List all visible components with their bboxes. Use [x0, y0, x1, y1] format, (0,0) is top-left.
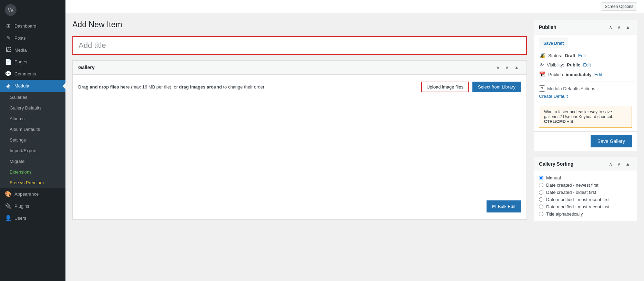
sidebar-item-free-vs-premium[interactable]: Free vs Premium — [0, 177, 65, 188]
right-panel: Publish ∧ ∨ ▲ Save Draft 🔏 Status: Draft — [534, 20, 637, 274]
sort-title-alpha-radio[interactable] — [539, 212, 543, 216]
sidebar-item-comments[interactable]: 💬 Comments — [0, 68, 65, 80]
save-gallery-button[interactable]: Save Gallery — [591, 135, 632, 147]
gallery-collapse-up-button[interactable]: ∧ — [494, 64, 502, 71]
help-icon[interactable]: ? — [539, 85, 545, 92]
select-from-library-button[interactable]: Select from Library — [472, 82, 521, 92]
sidebar-item-settings[interactable]: Settings — [0, 135, 65, 145]
sidebar-item-label: Posts — [14, 35, 26, 41]
sort-manual-label[interactable]: Manual — [546, 175, 561, 180]
sidebar-submenu-modula: Galleries Gallery Defaults Albums Album … — [0, 92, 65, 188]
sort-modified-recent-radio[interactable] — [539, 197, 543, 202]
keyboard-hint: Want a faster and easier way to save gal… — [539, 106, 632, 128]
sorting-body: Manual Date created - newest first Date … — [534, 171, 637, 221]
modula-icon: ◈ — [5, 83, 12, 89]
sorting-up-button[interactable]: ∧ — [607, 160, 614, 167]
sidebar-item-migrate[interactable]: Migrate — [0, 156, 65, 167]
publish-title: Publish — [539, 24, 556, 30]
sidebar-item-label: Plugins — [14, 204, 29, 209]
publish-body: Save Draft 🔏 Status: Draft Edit 👁 Visibi… — [534, 34, 637, 82]
status-edit-link[interactable]: Edit — [578, 53, 586, 58]
album-defaults-label: Album Defaults — [10, 127, 40, 132]
sidebar-item-media[interactable]: 🖼 Media — [0, 44, 65, 56]
sort-option-date-oldest: Date created - oldest first — [539, 190, 632, 195]
sidebar-item-galleries[interactable]: Galleries — [0, 92, 65, 103]
sorting-down-button[interactable]: ∨ — [615, 160, 622, 167]
sidebar-item-posts[interactable]: ✎ Posts — [0, 32, 65, 44]
screen-options-button[interactable]: Screen Options — [601, 2, 637, 11]
sidebar-item-users[interactable]: 👤 Users — [0, 212, 65, 224]
publish-meta: 🔏 Status: Draft Edit 👁 Visibility: Publi… — [539, 52, 632, 77]
sort-modified-recent-label[interactable]: Date modified - most recent first — [546, 197, 610, 202]
gallery-minimize-button[interactable]: ▲ — [512, 64, 521, 71]
sidebar-item-modula[interactable]: ◈ Modula — [0, 80, 65, 92]
publish-timing: immediately — [566, 72, 592, 77]
sort-title-alpha-label[interactable]: Title alphabetically — [546, 211, 583, 217]
visibility-icon: 👁 — [539, 62, 544, 68]
upload-image-files-button[interactable]: Upload image files — [421, 82, 469, 92]
sidebar-item-plugins[interactable]: 🔌 Plugins — [0, 200, 65, 212]
status-value: Draft — [565, 53, 575, 58]
sidebar-item-extensions[interactable]: Extensions — [0, 167, 65, 177]
sort-modified-last-label[interactable]: Date modified - most recent last — [546, 204, 610, 209]
gallery-empty-area — [78, 92, 521, 200]
free-vs-premium-label: Free vs Premium — [10, 180, 44, 185]
drag-drop-text: Drag and drop files here — [78, 84, 130, 90]
settings-label: Settings — [10, 137, 26, 143]
sidebar-item-label: Users — [14, 216, 26, 221]
sort-option-date-newest: Date created - newest first — [539, 183, 632, 188]
sort-option-title-alpha: Title alphabetically — [539, 211, 632, 217]
publish-down-button[interactable]: ∨ — [615, 24, 622, 31]
albums-label: Albums — [10, 116, 24, 121]
sidebar-item-label: Comments — [14, 71, 36, 76]
visibility-value: Public — [567, 62, 580, 67]
title-input[interactable] — [73, 37, 526, 54]
publish-up-button[interactable]: ∧ — [607, 24, 614, 31]
gallery-upload-text: Drag and drop files here (max 16 MB per … — [78, 84, 418, 90]
visibility-edit-link[interactable]: Edit — [583, 62, 591, 67]
publish-minimize-button[interactable]: ▲ — [624, 24, 632, 31]
sort-date-newest-radio[interactable] — [539, 183, 543, 187]
sidebar-item-label: Media — [14, 48, 27, 53]
sidebar-item-label: Pages — [14, 59, 27, 64]
comments-icon: 💬 — [5, 71, 12, 77]
publish-box: Publish ∧ ∨ ▲ Save Draft 🔏 Status: Draft — [534, 20, 637, 151]
title-input-wrapper — [72, 36, 527, 55]
gallery-defaults-label: Gallery Defaults — [10, 105, 41, 111]
status-icon: 🔏 — [539, 52, 545, 59]
sidebar-item-import-export[interactable]: Import/Export — [0, 145, 65, 156]
create-default-link[interactable]: Create Default — [539, 94, 632, 99]
save-draft-button[interactable]: Save Draft — [539, 39, 568, 48]
publish-edit-link[interactable]: Edit — [594, 72, 602, 77]
topbar: Screen Options — [65, 0, 644, 13]
sidebar-item-dashboard[interactable]: ⊞ Dashboard — [0, 20, 65, 32]
sidebar-item-pages[interactable]: 📄 Pages — [0, 56, 65, 68]
sidebar-item-album-defaults[interactable]: Album Defaults — [0, 124, 65, 135]
sidebar-item-appearance[interactable]: 🎨 Appearance — [0, 188, 65, 200]
sorting-minimize-button[interactable]: ▲ — [624, 160, 632, 167]
publish-box-header: Publish ∧ ∨ ▲ — [534, 20, 637, 34]
sorting-box-header: Gallery Sorting ∧ ∨ ▲ — [534, 157, 637, 171]
sidebar-logo: W — [0, 0, 65, 20]
sort-date-newest-label[interactable]: Date created - newest first — [546, 183, 599, 188]
content-area: Add New Item Gallery ∧ ∨ ▲ D — [65, 13, 644, 281]
calendar-icon: 📅 — [539, 71, 545, 77]
bulk-edit-button[interactable]: ⊞ Bulk Edit — [487, 200, 521, 212]
page-title: Add New Item — [72, 20, 527, 29]
sort-modified-last-radio[interactable] — [539, 205, 543, 209]
gallery-controls: ∧ ∨ ▲ — [494, 64, 521, 71]
migrate-label: Migrate — [10, 159, 24, 164]
gallery-collapse-down-button[interactable]: ∨ — [503, 64, 511, 71]
modula-defaults-section: ? Modula Defaults Actions Create Default — [534, 82, 637, 102]
sorting-box-controls: ∧ ∨ ▲ — [607, 160, 632, 167]
sidebar-item-albums[interactable]: Albums — [0, 113, 65, 124]
sidebar: W ⊞ Dashboard ✎ Posts 🖼 Media 📄 Pages 💬 … — [0, 0, 65, 281]
sidebar-item-gallery-defaults[interactable]: Gallery Defaults — [0, 103, 65, 113]
sort-date-oldest-label[interactable]: Date created - oldest first — [546, 190, 596, 195]
gallery-upload-row: Drag and drop files here (max 16 MB per … — [78, 82, 521, 92]
left-panel: Add New Item Gallery ∧ ∨ ▲ D — [72, 20, 527, 274]
sort-manual-radio[interactable] — [539, 176, 543, 180]
bulk-edit-grid-icon: ⊞ — [492, 204, 496, 209]
sort-date-oldest-radio[interactable] — [539, 190, 543, 195]
sidebar-item-label: Dashboard — [14, 23, 37, 29]
